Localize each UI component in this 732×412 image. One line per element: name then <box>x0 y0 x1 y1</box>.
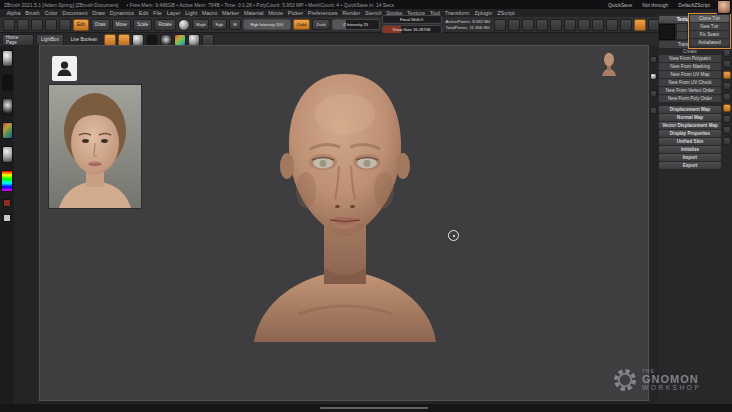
menu-document[interactable]: Document <box>60 10 90 16</box>
home-page-button[interactable]: Home Page <box>2 34 34 46</box>
sculptris-pro-icon[interactable] <box>104 34 116 46</box>
projection-master-icon[interactable] <box>3 19 15 31</box>
brush-picker-icon[interactable] <box>132 34 144 46</box>
texture-on-button[interactable] <box>677 24 687 31</box>
current-brush-icon[interactable] <box>178 19 190 31</box>
live-boolean-toggle[interactable]: Live Boolean <box>66 34 102 46</box>
menu-macro[interactable]: Macro <box>200 10 220 16</box>
menu-layer[interactable]: Layer <box>164 10 183 16</box>
grid-icon[interactable] <box>59 19 71 31</box>
material-picker-icon[interactable] <box>188 34 200 46</box>
polyframe-icon[interactable] <box>634 19 646 31</box>
frame-icon[interactable] <box>522 19 534 31</box>
brush-thumbnail[interactable] <box>2 50 13 67</box>
new-from-masking-button[interactable]: New From Masking <box>659 63 721 70</box>
xpose-icon[interactable] <box>620 19 632 31</box>
transparency-icon[interactable] <box>578 19 590 31</box>
menu-brush[interactable]: Brush <box>23 10 42 16</box>
rgb-toggle[interactable]: Rgb <box>211 19 227 30</box>
new-from-poly-order-button[interactable]: New From Poly Order <box>659 95 721 102</box>
export-button[interactable]: Export <box>659 162 721 169</box>
menu-color[interactable]: Color <box>42 10 60 16</box>
displacement-map-section[interactable]: Displacement Map <box>659 106 721 113</box>
menu-draw[interactable]: Draw <box>90 10 108 16</box>
alpha-thumbnail[interactable] <box>2 98 13 115</box>
color-picker[interactable] <box>1 170 13 192</box>
texture-flip-button[interactable] <box>677 32 687 39</box>
vector-displacement-map-section[interactable]: Vector Displacement Map <box>659 122 721 129</box>
tray-toggle-icon[interactable] <box>650 107 657 114</box>
document-canvas[interactable] <box>40 46 648 400</box>
move-mode-button[interactable]: Move <box>112 19 131 31</box>
m-toggle[interactable]: M <box>229 19 241 30</box>
tray-icon-9[interactable] <box>723 137 731 145</box>
new-from-polypaint-button[interactable]: New From Polypaint <box>659 55 721 62</box>
menu-material[interactable]: Material <box>242 10 266 16</box>
new-txtr-button[interactable]: New Txtr <box>690 23 729 30</box>
new-from-uv-map-button[interactable]: New From UV Map <box>659 71 721 78</box>
reference-photo[interactable] <box>49 85 141 208</box>
menu-movie[interactable]: Movie <box>266 10 285 16</box>
normal-map-section[interactable]: Normal Map <box>659 114 721 121</box>
stroke-thumbnail[interactable] <box>2 74 13 91</box>
solo-icon[interactable] <box>606 19 618 31</box>
texture-map-thumbnail[interactable] <box>659 24 675 40</box>
material-thumbnail[interactable] <box>2 146 13 163</box>
rgb-intensity-slider[interactable]: Rgb Intensity 100 <box>243 19 291 30</box>
secondary-color-swatch[interactable] <box>3 214 11 222</box>
sculpted-head-model[interactable] <box>240 62 450 342</box>
quicksave-button[interactable]: QuickSave <box>608 2 632 8</box>
mrgb-toggle[interactable]: Mrgb <box>192 19 210 30</box>
lightbox-toggle-icon[interactable] <box>17 19 29 31</box>
tray-icon-4[interactable] <box>723 60 731 68</box>
menu-marker[interactable]: Marker <box>220 10 242 16</box>
stroke-picker-icon[interactable] <box>146 34 158 46</box>
scale-mode-button[interactable]: Scale <box>133 19 153 31</box>
menu-zplugin[interactable]: Zplugin <box>472 10 495 16</box>
tray-icon-6[interactable] <box>723 93 731 101</box>
redo-icon[interactable] <box>508 19 520 31</box>
menu-file[interactable]: File <box>151 10 165 16</box>
fix-seam-button[interactable]: Fix Seam <box>690 31 729 38</box>
divider-handle-icon[interactable] <box>650 56 657 63</box>
undo-icon[interactable] <box>494 19 506 31</box>
menu-light[interactable]: Light <box>183 10 200 16</box>
menu-edit[interactable]: Edit <box>136 10 150 16</box>
initialize-section[interactable]: Initialize <box>659 146 721 153</box>
user-avatar[interactable] <box>717 0 731 14</box>
lightbox-button[interactable]: LightBox <box>36 34 64 46</box>
document-icon[interactable] <box>45 19 57 31</box>
tray-icon-3[interactable] <box>723 49 731 57</box>
rotate-mode-button[interactable]: Rotate <box>154 19 176 31</box>
draw-mode-button[interactable]: Draw <box>91 19 110 31</box>
tray-slider-icon[interactable] <box>650 90 657 97</box>
zadd-toggle[interactable]: Zadd <box>293 19 311 30</box>
menu-render[interactable]: Render <box>340 10 363 16</box>
clone-txtr-button[interactable]: Clone Txtr <box>690 15 729 22</box>
gradient-picker-icon[interactable] <box>202 34 214 46</box>
menu-preferences[interactable]: Preferences <box>305 10 339 16</box>
menu-picker[interactable]: Picker <box>285 10 305 16</box>
edit-mode-button[interactable]: Edit <box>73 19 89 31</box>
zsub-toggle[interactable]: Zsub <box>312 19 329 30</box>
menu-zscript[interactable]: ZScript <box>495 10 517 16</box>
antialiased-toggle[interactable]: Antialiased <box>690 39 729 46</box>
new-from-uv-check-button[interactable]: New From UV Check <box>659 79 721 86</box>
quick-material-icon[interactable] <box>650 73 657 80</box>
texture-thumbnail[interactable] <box>2 122 13 139</box>
local-symmetry-icon[interactable] <box>536 19 548 31</box>
quicksketch-icon[interactable] <box>31 19 43 31</box>
perspective-icon[interactable] <box>550 19 562 31</box>
tray-active-icon[interactable] <box>723 71 731 79</box>
new-from-vertex-order-button[interactable]: New From Vertex Order <box>659 87 721 94</box>
tray-icon-7[interactable] <box>723 115 731 123</box>
unified-skin-section[interactable]: Unified Skin <box>659 138 721 145</box>
tray-icon-8[interactable] <box>723 126 731 134</box>
display-properties-section[interactable]: Display Properties <box>659 130 721 137</box>
dynamic-subdiv-icon[interactable] <box>118 34 130 46</box>
spotlight-avatar-box[interactable] <box>52 56 77 81</box>
menu-transform[interactable]: Transform <box>442 10 472 16</box>
texture-picker-icon[interactable] <box>174 34 186 46</box>
floor-grid-icon[interactable] <box>564 19 576 31</box>
menu-dynamics[interactable]: Dynamics <box>107 10 136 16</box>
